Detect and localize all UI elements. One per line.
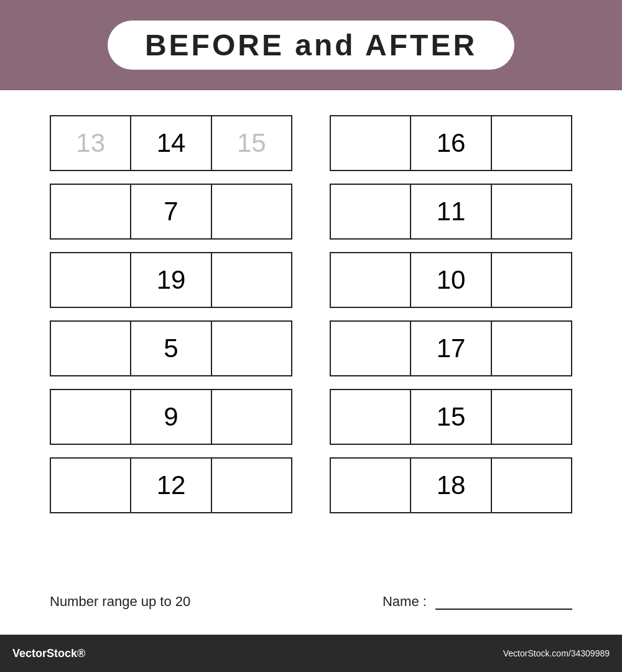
left-row-2: 19 <box>50 252 292 308</box>
title-pill: BEFORE and AFTER <box>108 21 514 70</box>
left-row-1-after <box>212 185 291 238</box>
right-row-4: 15 <box>330 389 572 445</box>
left-row-5-after <box>212 459 291 512</box>
right-column: 161110171518 <box>330 115 572 581</box>
right-row-0-before <box>331 116 411 170</box>
left-row-3-before <box>51 322 131 375</box>
main-content: 1314157195912 161110171518 Number range … <box>0 90 622 635</box>
left-row-3-after <box>212 322 291 375</box>
right-row-0-center: 16 <box>411 116 491 170</box>
header-banner: BEFORE and AFTER <box>0 0 622 90</box>
left-row-2-center: 19 <box>131 253 211 307</box>
right-row-2-before <box>331 253 411 307</box>
right-row-4-before <box>331 390 411 444</box>
right-row-5-center: 18 <box>411 459 491 512</box>
left-row-0-before: 13 <box>51 116 131 170</box>
left-row-5: 12 <box>50 457 292 513</box>
right-row-5-after <box>492 459 571 512</box>
right-row-4-center: 15 <box>411 390 491 444</box>
right-row-1: 11 <box>330 184 572 240</box>
right-row-0: 16 <box>330 115 572 171</box>
watermark-bar: VectorStock® VectorStock.com/34309989 <box>0 635 622 672</box>
left-column: 1314157195912 <box>50 115 292 581</box>
left-row-3-center: 5 <box>131 322 211 375</box>
left-row-0-after: 15 <box>212 116 291 170</box>
left-row-4-after <box>212 390 291 444</box>
watermark-brand: VectorStock® <box>12 647 85 660</box>
name-label: Name : <box>383 594 572 610</box>
page-title: BEFORE and AFTER <box>145 29 477 62</box>
left-row-4-before <box>51 390 131 444</box>
right-row-2-after <box>492 253 571 307</box>
range-text: Number range up to 20 <box>50 594 190 610</box>
right-row-3-before <box>331 322 411 375</box>
right-row-3-after <box>492 322 571 375</box>
watermark-url: VectorStock.com/34309989 <box>503 648 610 658</box>
left-row-0: 131415 <box>50 115 292 171</box>
right-row-1-center: 11 <box>411 185 491 238</box>
left-row-1: 7 <box>50 184 292 240</box>
left-row-5-center: 12 <box>131 459 211 512</box>
right-row-4-after <box>492 390 571 444</box>
right-row-3: 17 <box>330 320 572 376</box>
right-row-5-before <box>331 459 411 512</box>
right-row-0-after <box>492 116 571 170</box>
left-row-1-center: 7 <box>131 185 211 238</box>
name-line <box>435 609 572 610</box>
right-row-2-center: 10 <box>411 253 491 307</box>
left-row-2-before <box>51 253 131 307</box>
right-row-3-center: 17 <box>411 322 491 375</box>
puzzles-container: 1314157195912 161110171518 <box>50 115 572 581</box>
left-row-0-center: 14 <box>131 116 211 170</box>
left-row-4: 9 <box>50 389 292 445</box>
right-row-5: 18 <box>330 457 572 513</box>
left-row-5-before <box>51 459 131 512</box>
footer-info: Number range up to 20 Name : <box>50 581 572 616</box>
right-row-1-after <box>492 185 571 238</box>
right-row-2: 10 <box>330 252 572 308</box>
right-row-1-before <box>331 185 411 238</box>
left-row-2-after <box>212 253 291 307</box>
left-row-4-center: 9 <box>131 390 211 444</box>
left-row-3: 5 <box>50 320 292 376</box>
left-row-1-before <box>51 185 131 238</box>
